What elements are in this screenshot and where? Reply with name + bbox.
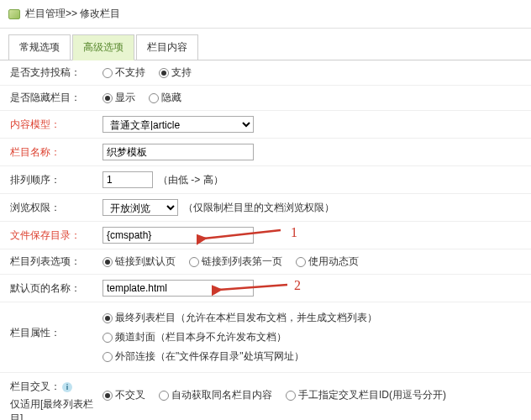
radio-icon (103, 68, 113, 78)
breadcrumb-text: 栏目管理>> 修改栏目 (25, 7, 120, 21)
radio-link-first[interactable]: 链接到列表第一页 (189, 255, 282, 269)
input-sort-order[interactable] (103, 171, 153, 188)
radio-manual-cross[interactable]: 手工指定交叉栏目ID(用逗号分开) (286, 388, 446, 402)
input-default-page[interactable] (103, 280, 254, 297)
tab-content[interactable]: 栏目内容 (136, 34, 198, 60)
radio-no-submission[interactable]: 不支持 (103, 66, 145, 80)
radio-final-list[interactable]: 最终列表栏目（允许在本栏目发布文档，并生成文档列表） (103, 311, 377, 325)
book-icon (8, 9, 20, 19)
select-content-model[interactable]: 普通文章|article (103, 116, 254, 133)
radio-icon (103, 352, 113, 362)
radio-auto-cross[interactable]: 自动获取同名栏目内容 (159, 388, 272, 402)
radio-icon (296, 257, 306, 267)
radio-no-cross[interactable]: 不交叉 (103, 388, 145, 402)
radio-icon (103, 93, 113, 103)
hint-browse-perm: （仅限制栏目里的文档浏览权限） (183, 201, 334, 215)
annot-2: 2 (294, 278, 301, 293)
radio-external-link[interactable]: 外部连接（在"文件保存目录"处填写网址） (103, 349, 304, 364)
tabs: 常规选项 高级选项 栏目内容 (0, 29, 531, 60)
breadcrumb: 栏目管理>> 修改栏目 (0, 0, 531, 29)
input-save-dir[interactable] (103, 227, 254, 244)
info-icon[interactable]: i (62, 382, 72, 392)
input-column-name[interactable] (103, 144, 254, 160)
label-list-option: 栏目列表选项： (10, 255, 103, 269)
label-content-model: 内容模型： (10, 118, 103, 132)
label-hidden-column: 是否隐藏栏目： (10, 91, 103, 105)
radio-icon (286, 391, 296, 401)
radio-icon (159, 68, 169, 78)
radio-icon (103, 391, 113, 401)
radio-dynamic[interactable]: 使用动态页 (296, 255, 359, 269)
label-default-page: 默认页的名称： (10, 281, 103, 296)
tab-general[interactable]: 常规选项 (8, 34, 71, 60)
radio-icon (189, 257, 199, 267)
label-cross-note: 仅适用[最终列表栏目] (10, 397, 103, 420)
label-column-cross: 栏目交叉：i (10, 380, 103, 394)
label-browse-perm: 浏览权限： (10, 201, 103, 215)
hint-sort-order: （由低 -> 高） (158, 173, 223, 187)
radio-channel-cover[interactable]: 频道封面（栏目本身不允许发布文档） (103, 330, 287, 344)
radio-icon (103, 257, 113, 267)
label-column-name: 栏目名称： (10, 145, 103, 160)
radio-show[interactable]: 显示 (103, 91, 135, 105)
radio-icon (103, 333, 113, 343)
radio-link-default[interactable]: 链接到默认页 (103, 255, 176, 269)
radio-icon (159, 391, 169, 401)
radio-hide[interactable]: 隐藏 (149, 91, 181, 105)
tab-advanced[interactable]: 高级选项 (72, 34, 134, 60)
select-browse-perm[interactable]: 开放浏览 (103, 199, 178, 216)
radio-icon (149, 93, 159, 103)
label-support-submission: 是否支持投稿： (10, 66, 103, 80)
radio-support-submission[interactable]: 支持 (159, 66, 192, 80)
label-sort-order: 排列顺序： (10, 173, 103, 187)
label-column-property: 栏目属性： (10, 311, 103, 340)
radio-icon (103, 313, 113, 323)
label-save-dir: 文件保存目录： (10, 228, 103, 243)
annot-1: 1 (291, 225, 297, 240)
